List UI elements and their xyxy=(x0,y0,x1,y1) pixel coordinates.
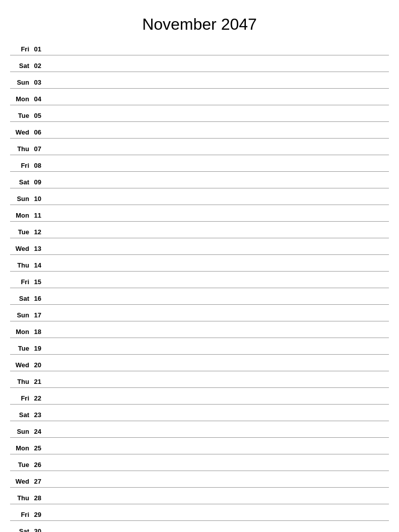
day-name: Wed xyxy=(10,478,31,487)
calendar-row: Thu14 xyxy=(10,255,389,272)
calendar-row: Wed13 xyxy=(10,238,389,255)
day-name: Sat xyxy=(10,178,31,188)
page-title: November 2047 xyxy=(10,10,389,34)
calendar-row: Thu28 xyxy=(10,488,389,504)
calendar-row: Sun10 xyxy=(10,188,389,205)
calendar-row: Wed20 xyxy=(10,355,389,371)
day-line xyxy=(45,55,389,72)
day-number: 19 xyxy=(31,345,45,354)
page: November 2047 Fri01Sat02Sun03Mon04Tue05W… xyxy=(0,0,399,532)
day-name: Sun xyxy=(10,79,31,88)
day-number: 13 xyxy=(31,245,45,254)
calendar-row: Fri01 xyxy=(10,39,389,55)
day-number: 18 xyxy=(31,328,45,338)
calendar-row: Tue19 xyxy=(10,338,389,355)
day-line xyxy=(45,39,389,55)
calendar-row: Sat30 xyxy=(10,521,389,532)
calendar-row: Tue12 xyxy=(10,222,389,238)
day-line xyxy=(45,454,389,471)
day-line xyxy=(45,205,389,221)
day-name: Fri xyxy=(10,162,31,171)
day-name: Fri xyxy=(10,511,31,520)
day-number: 08 xyxy=(31,162,45,171)
day-number: 06 xyxy=(31,128,45,138)
day-line xyxy=(45,155,389,171)
calendar-row: Fri08 xyxy=(10,155,389,172)
day-name: Sun xyxy=(10,428,31,437)
day-number: 15 xyxy=(31,278,45,288)
calendar-row: Mon04 xyxy=(10,89,389,105)
day-number: 09 xyxy=(31,178,45,188)
day-name: Tue xyxy=(10,112,31,121)
calendar-row: Sat16 xyxy=(10,288,389,305)
day-line xyxy=(45,139,389,155)
day-number: 01 xyxy=(31,45,45,55)
day-number: 30 xyxy=(31,527,45,532)
calendar-row: Wed06 xyxy=(10,122,389,139)
calendar-row: Fri29 xyxy=(10,504,389,521)
day-name: Sun xyxy=(10,311,31,321)
day-name: Sat xyxy=(10,62,31,72)
calendar-row: Fri22 xyxy=(10,388,389,405)
day-number: 28 xyxy=(31,494,45,504)
day-name: Thu xyxy=(10,378,31,387)
day-number: 07 xyxy=(31,145,45,155)
day-line xyxy=(45,105,389,121)
day-number: 04 xyxy=(31,95,45,105)
day-line xyxy=(45,305,389,321)
day-number: 21 xyxy=(31,378,45,387)
day-name: Wed xyxy=(10,361,31,371)
day-line xyxy=(45,172,389,188)
calendar-row: Sat09 xyxy=(10,172,389,188)
calendar-row: Wed27 xyxy=(10,471,389,488)
day-line xyxy=(45,405,389,421)
day-name: Mon xyxy=(10,328,31,338)
calendar-row: Sat02 xyxy=(10,55,389,72)
day-name: Mon xyxy=(10,444,31,454)
day-name: Tue xyxy=(10,461,31,471)
day-name: Wed xyxy=(10,245,31,254)
day-number: 11 xyxy=(31,212,45,221)
day-number: 20 xyxy=(31,361,45,371)
calendar-row: Mon25 xyxy=(10,438,389,454)
day-line xyxy=(45,421,389,437)
day-number: 10 xyxy=(31,195,45,205)
day-number: 22 xyxy=(31,394,45,404)
day-number: 25 xyxy=(31,444,45,454)
day-number: 16 xyxy=(31,295,45,304)
day-number: 05 xyxy=(31,112,45,121)
calendar-row: Tue26 xyxy=(10,454,389,471)
calendar-row: Mon11 xyxy=(10,205,389,222)
calendar-row: Thu07 xyxy=(10,139,389,155)
day-name: Thu xyxy=(10,145,31,155)
day-number: 23 xyxy=(31,411,45,421)
day-number: 27 xyxy=(31,478,45,487)
day-line xyxy=(45,471,389,487)
day-line xyxy=(45,288,389,304)
calendar-row: Mon18 xyxy=(10,321,389,338)
day-line xyxy=(45,521,389,532)
day-name: Mon xyxy=(10,212,31,221)
day-line xyxy=(45,122,389,138)
day-name: Fri xyxy=(10,278,31,288)
day-line xyxy=(45,238,389,254)
calendar-row: Fri15 xyxy=(10,272,389,288)
day-number: 26 xyxy=(31,461,45,471)
day-number: 14 xyxy=(31,261,45,271)
day-name: Tue xyxy=(10,345,31,354)
day-name: Sat xyxy=(10,295,31,304)
day-name: Sat xyxy=(10,527,31,532)
day-name: Thu xyxy=(10,261,31,271)
day-line xyxy=(45,504,389,520)
day-number: 03 xyxy=(31,79,45,88)
day-line xyxy=(45,272,389,288)
day-line xyxy=(45,438,389,454)
day-name: Thu xyxy=(10,494,31,504)
calendar-row: Sun24 xyxy=(10,421,389,438)
day-name: Fri xyxy=(10,45,31,55)
day-line xyxy=(45,371,389,387)
day-line xyxy=(45,388,389,404)
day-name: Mon xyxy=(10,95,31,105)
day-number: 24 xyxy=(31,428,45,437)
day-number: 02 xyxy=(31,62,45,72)
